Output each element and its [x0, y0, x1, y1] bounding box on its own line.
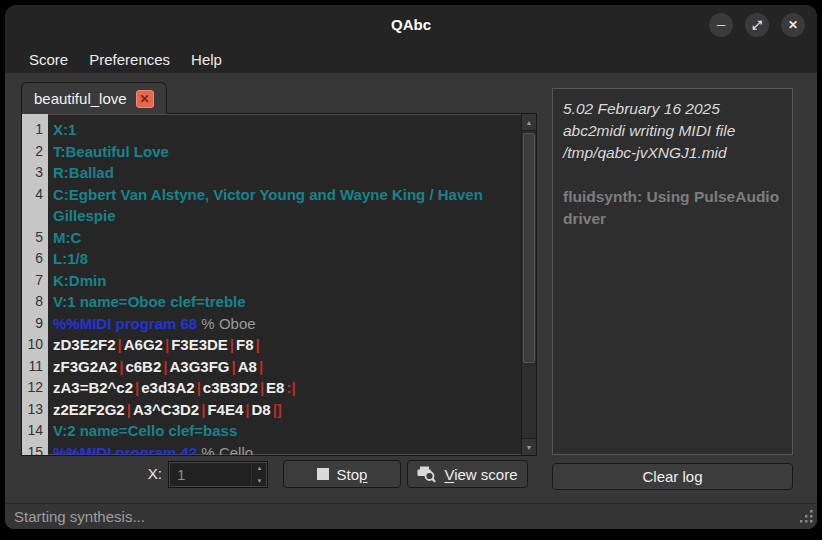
app-window: QAbc ─ ⤢ ✕ Score Preferences Help beauti… [5, 5, 817, 529]
resize-grip-icon[interactable] [798, 510, 814, 526]
editor-line: 10zD3E2F2|A6G2|F3E3DE|F8| [22, 334, 520, 356]
scroll-down-button[interactable]: ▼ [522, 438, 536, 455]
editor-line: 15%%MIDI program 42 % Cello [22, 442, 520, 457]
status-message: Starting synthesis... [14, 504, 145, 529]
menu-bar: Score Preferences Help [5, 45, 817, 73]
spin-up-button[interactable]: ▲ [252, 462, 267, 475]
x-spinbox[interactable]: 1 ▲ ▼ [168, 461, 268, 488]
line-text: K:Dmin [48, 270, 520, 292]
editor-line: 8V:1 name=Oboe clef=treble [22, 291, 520, 313]
line-text: X:1 [48, 119, 520, 141]
line-text: zF3G2A2|c6B2|A3G3FG|A8| [48, 356, 520, 378]
spin-up-icon: ▲ [257, 465, 263, 471]
line-text: %%MIDI program 42 % Cello [48, 442, 520, 457]
restore-icon: ⤢ [752, 18, 762, 32]
editor-line: 11zF3G2A2|c6B2|A3G3FG|A8| [22, 356, 520, 378]
view-score-button-label: View score [444, 466, 517, 483]
spin-down-icon: ▼ [257, 478, 263, 484]
editor-line: 5M:C [22, 227, 520, 249]
minimize-button[interactable]: ─ [709, 13, 733, 37]
clear-log-button-label: Clear log [642, 468, 702, 485]
line-number: 1 [22, 119, 48, 141]
line-number: 13 [22, 399, 48, 421]
close-icon: ✕ [788, 18, 798, 32]
editor-line: 12zA3=B2^c2|e3d3A2|c3B3D2|E8:| [22, 377, 520, 399]
scroll-up-button[interactable]: ▲ [522, 114, 536, 131]
editor-line: 7K:Dmin [22, 270, 520, 292]
tab-close-icon: ✕ [140, 93, 150, 105]
minimize-icon: ─ [717, 18, 726, 32]
close-button[interactable]: ✕ [781, 13, 805, 37]
editor-scrollbar[interactable]: ▲ ▼ [521, 114, 536, 455]
line-number: 11 [22, 356, 48, 378]
line-text: z2E2F2G2|A3^C3D2|F4E4|D8|] [48, 399, 520, 421]
line-text: T:Beautiful Love [48, 141, 520, 163]
status-bar: Starting synthesis... [5, 503, 817, 529]
scroll-up-icon: ▲ [526, 119, 533, 126]
main-content: beautiful_love ✕ 1X:12T:Beautiful Love3R… [5, 73, 817, 503]
view-score-button[interactable]: View score [407, 460, 528, 488]
menu-preferences[interactable]: Preferences [89, 51, 170, 68]
line-number: 6 [22, 248, 48, 270]
log-message-abc2midi: 5.02 February 16 2025 abc2midi writing M… [563, 98, 782, 164]
line-text: zA3=B2^c2|e3d3A2|c3B3D2|E8:| [48, 377, 520, 399]
tab-label: beautiful_love [34, 90, 127, 107]
window-controls: ─ ⤢ ✕ [709, 13, 805, 37]
title-bar[interactable]: QAbc ─ ⤢ ✕ [5, 5, 817, 45]
editor-line: 9%%MIDI program 68 % Oboe [22, 313, 520, 335]
tab-close-button[interactable]: ✕ [136, 90, 154, 108]
editor-line: 14V:2 name=Cello clef=bass [22, 420, 520, 442]
line-text: M:C [48, 227, 520, 249]
clear-log-button[interactable]: Clear log [552, 463, 793, 490]
line-number: 14 [22, 420, 48, 442]
menu-help[interactable]: Help [191, 51, 222, 68]
line-text: V:1 name=Oboe clef=treble [48, 291, 520, 313]
line-number: 9 [22, 313, 48, 335]
line-number: 7 [22, 270, 48, 292]
line-text: V:2 name=Cello clef=bass [48, 420, 520, 442]
editor-line: 4C:Egbert Van Alstyne, Victor Young and … [22, 184, 520, 227]
scrollbar-thumb[interactable] [523, 133, 535, 363]
line-text: C:Egbert Van Alstyne, Victor Young and W… [48, 184, 520, 227]
editor-lines: 1X:12T:Beautiful Love3R:Ballad4C:Egbert … [22, 114, 520, 456]
spin-down-button[interactable]: ▼ [252, 475, 267, 488]
stop-button-label: Stop [337, 466, 368, 483]
line-number: 5 [22, 227, 48, 249]
menu-score[interactable]: Score [29, 51, 68, 68]
tab-beautiful-love[interactable]: beautiful_love ✕ [21, 82, 167, 114]
stop-icon [317, 468, 329, 480]
editor-line: 13z2E2F2G2|A3^C3D2|F4E4|D8|] [22, 399, 520, 421]
scroll-down-icon: ▼ [526, 444, 533, 451]
stop-button[interactable]: Stop [283, 460, 401, 488]
log-panel[interactable]: 5.02 February 16 2025 abc2midi writing M… [552, 88, 793, 455]
x-spinbox-value: 1 [169, 466, 251, 483]
view-score-icon [417, 466, 436, 483]
abc-editor[interactable]: 1X:12T:Beautiful Love3R:Ballad4C:Egbert … [21, 113, 537, 456]
editor-line: 3R:Ballad [22, 162, 520, 184]
line-text: %%MIDI program 68 % Oboe [48, 313, 520, 335]
line-number: 4 [22, 184, 48, 227]
line-number: 15 [22, 442, 48, 457]
log-message-fluidsynth: fluidsynth: Using PulseAudio driver [563, 186, 782, 230]
line-number: 2 [22, 141, 48, 163]
line-number: 12 [22, 377, 48, 399]
line-number: 10 [22, 334, 48, 356]
restore-button[interactable]: ⤢ [745, 13, 769, 37]
line-number: 8 [22, 291, 48, 313]
line-text: zD3E2F2|A6G2|F3E3DE|F8| [48, 334, 520, 356]
editor-line: 1X:1 [22, 119, 520, 141]
spinner-buttons: ▲ ▼ [251, 462, 267, 487]
line-text: L:1/8 [48, 248, 520, 270]
x-field-label: X: [117, 460, 162, 488]
line-text: R:Ballad [48, 162, 520, 184]
line-number: 3 [22, 162, 48, 184]
window-title: QAbc [5, 5, 817, 45]
editor-line: 2T:Beautiful Love [22, 141, 520, 163]
editor-line: 6L:1/8 [22, 248, 520, 270]
